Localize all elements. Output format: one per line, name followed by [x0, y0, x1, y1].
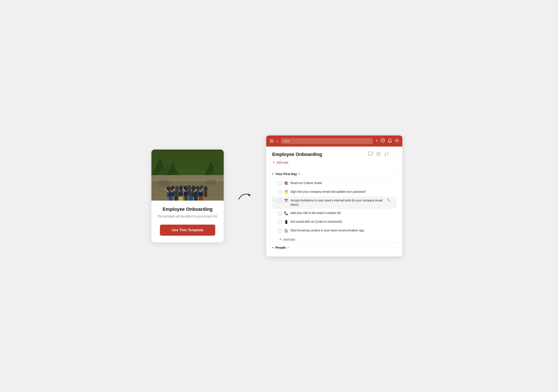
task-6-checkbox[interactable] — [278, 229, 282, 233]
nav-actions: + — [375, 138, 399, 144]
task-2: ⠿ 🗂️ Sign into your company email and up… — [272, 188, 396, 196]
section-count-people: 3 — [287, 246, 289, 249]
template-card: Employee Onboarding The template will be… — [151, 149, 224, 243]
activity-icon[interactable] — [381, 138, 385, 144]
app-panel: ⌂ + — [266, 136, 402, 256]
task-2-emoji: 🗂️ — [284, 190, 288, 194]
task-4-emoji: 📞 — [284, 211, 288, 215]
project-more-icon[interactable]: ··· — [392, 153, 396, 156]
add-task-label-top: Add task — [277, 161, 288, 164]
comment-icon[interactable] — [368, 152, 373, 157]
app-navbar: ⌂ + — [266, 136, 402, 147]
svg-marker-51 — [248, 193, 250, 197]
task-5-emoji: 📱 — [284, 220, 288, 224]
arrow-icon — [236, 188, 253, 205]
task-1: ⠿ 📚 Read our Culture Guide — [272, 179, 396, 188]
project-title: Employee Onboarding — [272, 152, 322, 157]
task-5-label[interactable]: Get social with us! (Links in comments) — [290, 220, 396, 224]
task-6: ⠿ 🏠 Start browsing content in your team … — [272, 226, 396, 235]
section-your-first-day: ▾ Your First Day 6 ··· — [272, 170, 396, 178]
task-3-drag[interactable]: ⠿ — [273, 199, 276, 202]
svg-point-56 — [379, 153, 380, 154]
task-1-checkbox[interactable] — [278, 181, 282, 185]
hamburger-icon[interactable] — [270, 139, 273, 142]
section-more-your-first-day[interactable]: ··· — [392, 172, 396, 175]
members-icon[interactable] — [376, 152, 381, 157]
task-2-checkbox[interactable] — [278, 190, 282, 194]
sort-icon[interactable] — [384, 152, 389, 157]
task-4: ⠿ 📞 Add your info to the team's contact … — [272, 209, 396, 218]
task-3-checkbox[interactable] — [278, 199, 282, 203]
section-count-your-first-day: 6 — [298, 172, 300, 175]
section-chevron-down[interactable]: ▾ — [272, 172, 274, 175]
task-5: ⠿ 📱 Get social with us! (Links in commen… — [272, 218, 396, 226]
svg-point-55 — [377, 152, 379, 154]
bell-icon[interactable] — [388, 138, 392, 144]
add-task-bottom-label: Add task — [283, 238, 295, 241]
section-title-people: People — [275, 246, 286, 249]
section-people: ▸ People 3 ··· — [272, 243, 396, 251]
card-subtitle: The template will be added to your proje… — [157, 214, 218, 219]
card-title: Employee Onboarding — [163, 207, 213, 212]
card-image — [151, 149, 224, 200]
task-4-label[interactable]: Add your info to the team's contact list — [290, 211, 396, 215]
page-container: Employee Onboarding The template will be… — [151, 136, 407, 256]
task-3-more-icon[interactable]: ··· — [392, 199, 396, 202]
task-3-emoji: 📅 — [284, 199, 288, 203]
settings-icon[interactable] — [395, 138, 399, 144]
project-actions: ··· — [368, 152, 396, 157]
task-4-checkbox[interactable] — [278, 211, 282, 216]
use-template-button[interactable]: Use This Template — [160, 225, 215, 236]
home-icon[interactable]: ⌂ — [276, 139, 278, 143]
task-1-emoji: 📚 — [284, 181, 288, 185]
svg-point-52 — [381, 139, 385, 142]
svg-point-53 — [396, 140, 397, 141]
task-3-actions: ✏️ ··· — [387, 199, 396, 202]
svg-rect-54 — [368, 152, 373, 155]
arrow-container — [236, 188, 253, 205]
task-1-label[interactable]: Read our Culture Guide — [290, 181, 396, 185]
task-3-label[interactable]: Accept invitations to your team's intern… — [290, 199, 385, 207]
app-content: Employee Onboarding — [266, 147, 402, 256]
task-2-label[interactable]: Sign into your company email and update … — [290, 190, 396, 194]
task-6-label[interactable]: Start browsing content in your team comm… — [290, 228, 396, 233]
task-6-emoji: 🏠 — [284, 229, 288, 233]
task-5-checkbox[interactable] — [278, 220, 282, 224]
search-input[interactable] — [281, 138, 373, 144]
card-body: Employee Onboarding The template will be… — [151, 200, 224, 243]
add-icon[interactable]: + — [375, 139, 378, 143]
add-task-bottom[interactable]: + Add task — [272, 235, 396, 243]
task-3: ⠿ 📅 Accept invitations to your team's in… — [272, 196, 396, 209]
svg-rect-50 — [151, 149, 224, 200]
add-task-plus-icon: + — [273, 160, 275, 165]
section-title-your-first-day: Your First Day — [275, 172, 297, 176]
add-task-bottom-plus: + — [279, 237, 282, 242]
task-3-edit-icon[interactable]: ✏️ — [387, 199, 390, 202]
section-more-people[interactable]: ··· — [392, 246, 396, 249]
project-header: Employee Onboarding — [272, 152, 396, 157]
add-task-top[interactable]: + Add task — [272, 160, 396, 165]
section-chevron-right-people[interactable]: ▸ — [272, 246, 274, 249]
